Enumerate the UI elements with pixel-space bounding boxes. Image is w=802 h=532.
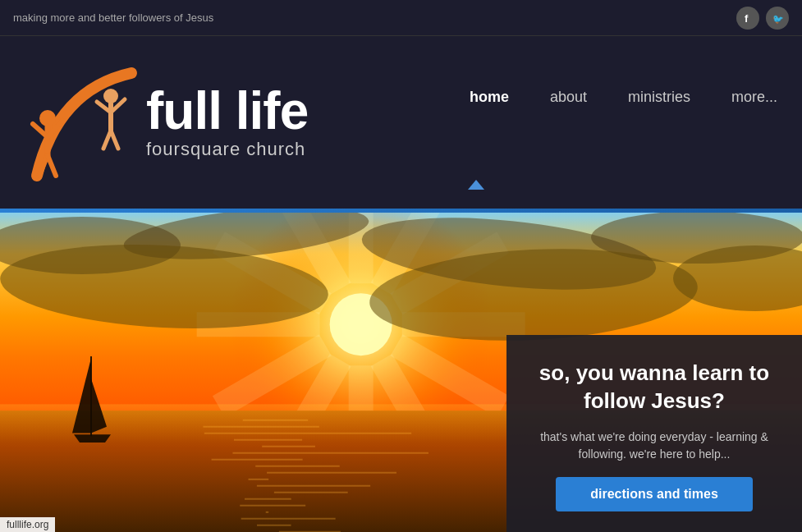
- nav-active-indicator: [468, 180, 484, 190]
- svg-text:f: f: [745, 12, 749, 24]
- svg-line-7: [48, 155, 56, 176]
- status-url: fulllife.org: [7, 519, 48, 530]
- svg-line-13: [111, 131, 118, 149]
- main-nav: home about ministries more...: [470, 85, 777, 109]
- directions-button[interactable]: directions and times: [556, 477, 753, 511]
- nav-item-more[interactable]: more...: [731, 85, 777, 109]
- nav-item-about[interactable]: about: [550, 85, 587, 109]
- logo-main-text: full life: [146, 85, 308, 137]
- logo-sub-text: foursquare church: [146, 139, 308, 160]
- info-heading: so, you wanna learn to follow Jesus?: [539, 360, 769, 415]
- nav-item-ministries[interactable]: ministries: [628, 85, 690, 109]
- social-icons: f 🐦: [736, 7, 789, 30]
- info-subtext: that's what we're doing everyday - learn…: [531, 429, 777, 463]
- status-bar: fulllife.org: [0, 517, 55, 532]
- info-subtext-content: that's what we're doing everyday - learn…: [540, 430, 768, 461]
- hero-section: so, you wanna learn to follow Jesus? tha…: [0, 213, 802, 532]
- facebook-icon[interactable]: f: [736, 7, 759, 30]
- svg-text:🐦: 🐦: [772, 13, 783, 24]
- topbar: making more and better followers of Jesu…: [0, 0, 802, 36]
- header: full life foursquare church home about m…: [0, 36, 802, 209]
- info-heading-line1: so, you wanna learn to: [539, 360, 769, 385]
- logo-area: full life foursquare church: [25, 57, 308, 188]
- twitter-icon[interactable]: 🐦: [766, 7, 789, 30]
- info-overlay: so, you wanna learn to follow Jesus? tha…: [506, 335, 802, 532]
- tagline: making more and better followers of Jesu…: [13, 11, 213, 24]
- info-heading-line2: follow Jesus?: [584, 388, 725, 413]
- nav-item-home[interactable]: home: [470, 85, 509, 109]
- logo-graphic: [25, 57, 140, 188]
- logo-text-area: full life foursquare church: [146, 85, 308, 160]
